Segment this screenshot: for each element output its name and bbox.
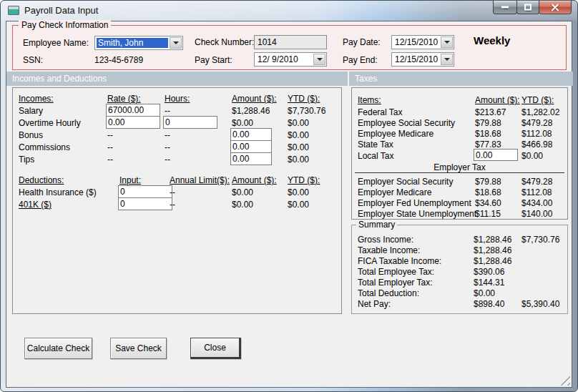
deduction-amount-col-header: Amount ($): <box>232 175 277 185</box>
maximize-icon <box>524 4 532 11</box>
commissions-amount-input[interactable] <box>230 140 272 153</box>
tips-ytd: $0.00 <box>288 155 309 165</box>
summary-legend: Summary <box>356 220 397 230</box>
employer-ss-label: Employer Social Security <box>358 177 453 187</box>
bonus-hours: -- <box>165 130 170 140</box>
employer-state-unemployment-label: Employer State Unemployment <box>358 209 476 219</box>
calculate-check-button[interactable]: Calculate Check <box>24 338 92 359</box>
local-tax-input[interactable] <box>474 149 518 161</box>
deduction-401k-input[interactable] <box>118 197 172 210</box>
window-title: Payroll Data Input <box>24 5 98 16</box>
employee-medicare-label: Employee Medicare <box>358 129 434 139</box>
employee-name-dropdown-icon[interactable] <box>170 37 182 49</box>
ssn-label: SSN: <box>23 55 43 65</box>
employee-name-value: Smith, John <box>97 38 168 48</box>
state-tax-label: State Tax <box>358 139 393 150</box>
minimize-button[interactable] <box>493 1 517 14</box>
taxes-panel-header: Taxes <box>349 72 573 86</box>
employee-medicare-amount: $18.68 <box>475 129 501 139</box>
health-insurance-ytd: $0.00 <box>288 187 309 197</box>
local-tax-label: Local Tax <box>358 151 393 161</box>
salary-ytd: $7,730.76 <box>288 106 325 116</box>
pay-start-picker[interactable]: 12/ 9/2010 <box>254 52 327 67</box>
federal-tax-amount: $213.67 <box>475 107 506 117</box>
taxes-box: Items: Amount ($): YTD ($): Federal Tax … <box>351 87 568 220</box>
bonus-amount-input[interactable] <box>230 128 272 141</box>
incomes-deductions-box: Incomes: Rate ($): Hours: Amount ($): YT… <box>12 87 342 314</box>
net-pay-label: Net Pay: <box>358 299 391 309</box>
commissions-rate: -- <box>107 142 113 152</box>
tips-label: Tips <box>19 155 34 165</box>
overtime-rate-input[interactable] <box>106 116 160 129</box>
total-deduction-amount: $0.00 <box>474 288 495 298</box>
pay-frequency-text: Weekly <box>474 36 510 46</box>
employer-ss-ytd: $479.28 <box>521 177 552 187</box>
employer-tax-divider <box>355 172 564 173</box>
check-number-field[interactable]: 1014 <box>254 35 327 49</box>
fica-taxable-income-label: FICA Taxable Income: <box>358 256 441 266</box>
pay-end-picker[interactable]: 12/15/2010 <box>391 52 454 67</box>
pay-end-dropdown-icon[interactable] <box>441 54 453 65</box>
resize-grip[interactable] <box>560 376 570 386</box>
pay-start-value: 12/ 9/2010 <box>258 54 298 64</box>
employer-ss-amount: $79.88 <box>475 177 501 187</box>
pay-start-dropdown-icon[interactable] <box>313 54 325 65</box>
deduction-401k-limit: -- <box>170 200 175 210</box>
overtime-label: Overtime Hourly <box>19 118 81 128</box>
paycheck-info-legend: Pay Check Information <box>19 20 111 30</box>
deductions-col-header: Deductions: <box>19 175 64 185</box>
employer-medicare-amount: $18.68 <box>475 187 501 197</box>
employer-state-unemployment-amount: $11.15 <box>475 209 501 219</box>
federal-tax-label: Federal Tax <box>358 107 402 117</box>
salary-label: Salary <box>19 106 43 116</box>
close-window-button[interactable] <box>539 1 572 14</box>
salary-hours: -- <box>165 106 170 116</box>
employer-fed-unemployment-amount: $34.60 <box>475 198 501 208</box>
employee-ss-ytd: $479.28 <box>521 118 552 128</box>
health-insurance-input[interactable] <box>118 185 172 198</box>
incomes-panel-header: Incomes and Deductions <box>6 72 348 86</box>
deduction-401k-link[interactable]: 401K ($) <box>19 200 52 210</box>
deduction-401k-amount: $0.00 <box>232 200 253 210</box>
commissions-ytd: $0.00 <box>288 142 309 152</box>
employee-medicare-ytd: $112.08 <box>521 129 552 139</box>
hours-col-header: Hours: <box>165 94 190 104</box>
gross-income-amount: $1,288.46 <box>474 235 511 245</box>
employee-name-combobox[interactable]: Smith, John <box>94 36 183 50</box>
ytd-col-header: YTD ($): <box>288 94 320 104</box>
overtime-hours-input[interactable] <box>163 116 217 129</box>
employer-state-unemployment-ytd: $140.00 <box>521 209 552 219</box>
payroll-window: Payroll Data Input Pay Check Information… <box>0 0 578 392</box>
tips-rate: -- <box>107 155 113 165</box>
annual-limit-col-header: Annual Limit($): <box>170 175 230 185</box>
tax-amount-col-header: Amount ($): <box>475 95 520 105</box>
salary-rate-input[interactable] <box>106 104 160 117</box>
health-insurance-limit: -- <box>170 187 175 197</box>
deduction-401k-ytd: $0.00 <box>288 200 309 210</box>
ssn-value: 123-45-6789 <box>94 55 143 65</box>
amount-col-header: Amount ($): <box>232 94 277 104</box>
dialog-client-area: Pay Check Information Employee Name: Smi… <box>6 21 572 388</box>
pay-date-dropdown-icon[interactable] <box>441 36 453 48</box>
incomes-col-header: Incomes: <box>19 94 54 104</box>
fica-taxable-income-amount: $1,288.46 <box>474 256 511 266</box>
input-col-header: Input: <box>119 175 141 185</box>
maximize-button[interactable] <box>516 1 539 14</box>
pay-date-picker[interactable]: 12/15/2010 <box>391 35 454 49</box>
close-button[interactable]: Close <box>190 338 241 359</box>
employer-tax-section-label: Employer Tax <box>352 162 567 172</box>
titlebar[interactable]: Payroll Data Input <box>1 1 577 21</box>
total-employee-tax-label: Total Employee Tax: <box>358 267 434 277</box>
employee-ss-amount: $79.88 <box>475 118 501 128</box>
close-icon <box>552 4 559 11</box>
pay-end-label: Pay End: <box>343 55 378 65</box>
commissions-label: Commissions <box>19 142 70 152</box>
window-controls <box>494 1 572 15</box>
deduction-ytd-col-header: YTD ($): <box>288 175 320 185</box>
pay-start-label: Pay Start: <box>195 55 232 65</box>
save-check-button[interactable]: Save Check <box>110 338 167 359</box>
bonus-rate: -- <box>107 130 113 140</box>
state-tax-amount: $77.83 <box>475 139 501 150</box>
net-pay-ytd: $5,390.40 <box>521 299 559 309</box>
tips-amount-input[interactable] <box>230 152 272 165</box>
